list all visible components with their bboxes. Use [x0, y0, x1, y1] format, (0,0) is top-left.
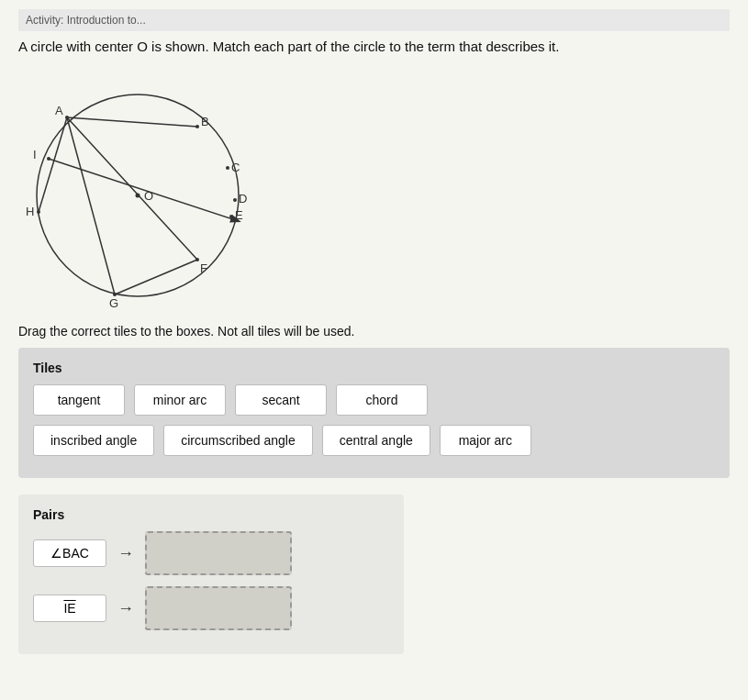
- svg-text:C: C: [231, 161, 240, 174]
- tiles-label: Tiles: [33, 361, 715, 375]
- pair-term-ie-text: IE: [63, 601, 75, 616]
- svg-text:F: F: [200, 261, 207, 275]
- svg-text:I: I: [33, 148, 37, 161]
- pair-row-bac: ∠BAC →: [33, 531, 389, 575]
- pairs-container: Pairs ∠BAC → IE →: [18, 494, 404, 654]
- pair-term-bac-text: ∠BAC: [50, 546, 89, 561]
- tile-circumscribed-angle[interactable]: circumscribed angle: [163, 425, 313, 456]
- tile-chord[interactable]: chord: [336, 384, 428, 416]
- circle-diagram: O A B C D E F G H: [18, 67, 275, 315]
- drop-box-ie[interactable]: [145, 586, 292, 630]
- arrow-icon-bac: →: [117, 544, 134, 563]
- svg-line-25: [49, 159, 239, 221]
- tile-central-angle[interactable]: central angle: [322, 425, 430, 456]
- top-bar: Activity: Introduction to...: [18, 9, 730, 31]
- svg-line-24: [39, 117, 67, 212]
- tile-inscribed-angle[interactable]: inscribed angle: [33, 425, 154, 456]
- pairs-label: Pairs: [33, 507, 389, 522]
- svg-text:G: G: [109, 296, 118, 310]
- tile-secant[interactable]: secant: [235, 384, 327, 416]
- tile-tangent[interactable]: tangent: [33, 384, 125, 416]
- tiles-row-1: tangent minor arc secant chord: [33, 384, 715, 416]
- diagram-svg: O A B C D E F G H: [18, 67, 275, 315]
- svg-text:A: A: [55, 104, 63, 117]
- svg-point-7: [226, 166, 229, 170]
- tile-major-arc[interactable]: major arc: [440, 425, 531, 456]
- svg-line-26: [115, 260, 197, 294]
- svg-text:D: D: [239, 192, 247, 206]
- pair-term-bac: ∠BAC: [33, 539, 106, 567]
- instruction-text: A circle with center O is shown. Match e…: [18, 37, 730, 56]
- pair-term-ie: IE: [33, 594, 106, 622]
- main-container: Activity: Introduction to... A circle wi…: [0, 0, 748, 700]
- drop-box-bac[interactable]: [145, 531, 292, 575]
- svg-text:B: B: [201, 115, 209, 128]
- drag-instruction: Drag the correct tiles to the boxes. Not…: [18, 324, 730, 339]
- svg-text:H: H: [26, 205, 34, 218]
- svg-line-21: [67, 117, 197, 127]
- pair-row-ie: IE →: [33, 586, 389, 630]
- svg-point-9: [233, 198, 237, 202]
- tiles-container: Tiles tangent minor arc secant chord ins…: [18, 348, 730, 478]
- top-bar-text: Activity: Introduction to...: [26, 14, 146, 27]
- arrow-icon-ie: →: [117, 599, 134, 618]
- tiles-row-2: inscribed angle circumscribed angle cent…: [33, 425, 715, 456]
- tile-minor-arc[interactable]: minor arc: [134, 384, 226, 416]
